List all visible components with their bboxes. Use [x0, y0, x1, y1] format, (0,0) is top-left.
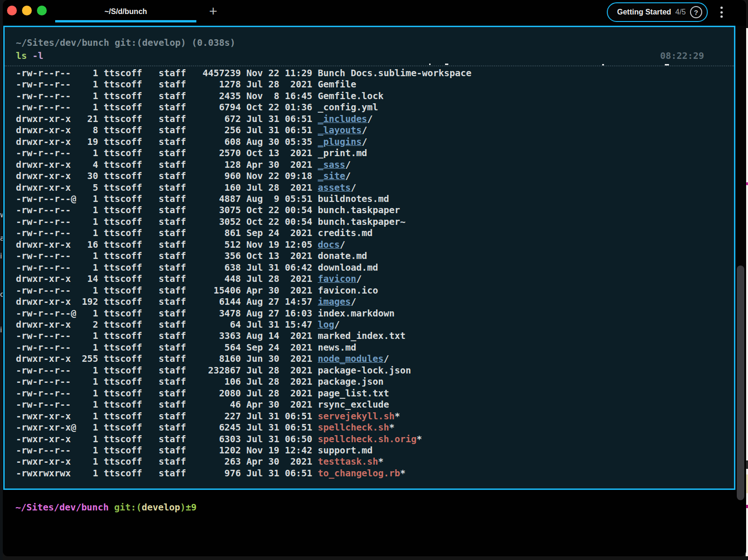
- file-name: favicon.ico: [318, 285, 378, 296]
- scrollbar[interactable]: [735, 26, 746, 490]
- close-button[interactable]: [7, 6, 17, 15]
- listing-row: -rw-r--r-- 1 ttscoff staff 2570 Oct 13 2…: [16, 148, 734, 159]
- file-name: _plugins: [318, 136, 362, 147]
- listing-row: drwxr-xr-x 192 ttscoff staff 6144 Aug 27…: [16, 296, 734, 308]
- getting-started-button[interactable]: Getting Started 4/5 ?: [607, 2, 708, 22]
- command-flags: -l: [27, 50, 43, 61]
- zoom-button[interactable]: [37, 6, 47, 15]
- terminal-input-area[interactable]: ~/Sites/dev/bunch git:(develop)±9: [3, 490, 746, 556]
- clipped-text-fragment: [665, 64, 669, 65]
- clipped-text-fragment: [429, 64, 431, 65]
- command-timestamp: 08:22:29: [660, 50, 704, 63]
- listing-row: -rw-r--r-- 1 ttscoff staff 4457239 Nov 2…: [16, 68, 734, 79]
- file-name: marked_index.txt: [318, 330, 406, 341]
- file-name: _sass: [318, 159, 345, 170]
- listing-row: -rw-r--r-- 1 ttscoff staff 356 Oct 13 20…: [16, 251, 734, 262]
- listing-row: drwxr-xr-x 255 ttscoff staff 8160 Jun 30…: [16, 353, 734, 365]
- file-name: node_modules: [318, 353, 384, 364]
- file-name: testtask.sh: [318, 456, 378, 467]
- listing-row: -rwxr-xr-x 1 ttscoff staff 227 Jul 31 06…: [16, 411, 734, 422]
- tab-title: ~/S/d/bunch: [104, 7, 147, 16]
- clipped-text-fragment: [602, 64, 604, 65]
- listing-row: -rw-r--r-- 1 ttscoff staff 15406 Apr 30 …: [16, 285, 734, 296]
- file-name: index.markdown: [318, 308, 395, 319]
- listing-row: -rw-r--r-- 1 ttscoff staff 46 Apr 30 202…: [16, 399, 734, 410]
- shell-prompt: ~/Sites/dev/bunch git:(develop)±9: [15, 501, 196, 514]
- listing-row: -rw-r--r-- 1 ttscoff staff 1202 Nov 19 1…: [16, 445, 734, 456]
- file-name: bunch.taskpaper: [318, 205, 400, 215]
- listing-row: -rw-r--r-- 1 ttscoff staff 232867 Jul 28…: [16, 365, 734, 376]
- file-name: assets: [318, 182, 351, 193]
- traffic-lights: [7, 6, 47, 15]
- getting-started-progress: 4/5: [676, 8, 686, 16]
- file-name: _print.md: [318, 148, 367, 158]
- listing-row: drwxr-xr-x 2 ttscoff staff 64 Jul 31 15:…: [16, 319, 734, 330]
- listing-row: -rw-r--r-- 1 ttscoff staff 564 Sep 24 20…: [16, 342, 734, 353]
- listing-row: drwxr-xr-x 16 ttscoff staff 512 Nov 19 1…: [16, 239, 734, 251]
- listing-row: -rw-r--r--@ 1 ttscoff staff 3478 Aug 27 …: [16, 308, 734, 319]
- titlebar: ~/S/d/bunch + Getting Started 4/5 ?: [3, 0, 746, 23]
- file-name: credits.md: [318, 228, 373, 238]
- listing-row: -rw-r--r--@ 1 ttscoff staff 4887 Aug 9 0…: [16, 194, 734, 205]
- file-name: servejekyll.sh: [318, 411, 395, 422]
- file-name: buildnotes.md: [318, 194, 389, 204]
- command-program: ls: [16, 50, 27, 61]
- file-name: page_list.txt: [318, 388, 389, 399]
- listing-row: -rw-r--r-- 1 ttscoff staff 106 Jul 28 20…: [16, 376, 734, 388]
- file-name: support.md: [318, 445, 373, 456]
- file-name: news.md: [318, 342, 356, 353]
- file-name: _site: [318, 171, 345, 181]
- file-name: Gemfile: [318, 79, 356, 90]
- listing-row: -rwxr-xr-x@ 1 ttscoff staff 6245 Jul 31 …: [16, 422, 734, 433]
- prompt-git-prefix: git:(: [109, 502, 142, 513]
- listing-row: -rw-r--r-- 1 ttscoff staff 861 Sep 24 20…: [16, 228, 734, 239]
- listing-row: drwxr-xr-x 5 ttscoff staff 160 Jul 28 20…: [16, 182, 734, 194]
- file-name: Gemfile.lock: [318, 91, 384, 101]
- file-name: Bunch Docs.sublime-workspace: [318, 68, 472, 79]
- shell-prompt-line: ~/Sites/dev/bunch git:(develop) (0.038s): [16, 36, 734, 50]
- listing-row: -rw-r--r-- 1 ttscoff staff 2080 Jul 28 2…: [16, 388, 734, 399]
- prompt-git-branch: develop: [142, 502, 180, 513]
- file-name: _config.yml: [318, 102, 378, 113]
- file-name: images: [318, 296, 351, 307]
- listing-row: drwxr-xr-x 4 ttscoff staff 128 Apr 30 20…: [16, 159, 734, 171]
- file-listing: -rw-r--r-- 1 ttscoff staff 4457239 Nov 2…: [16, 68, 734, 479]
- listing-row: -rwxr-xr-x 1 ttscoff staff 6303 Jul 31 0…: [16, 434, 734, 445]
- getting-started-label: Getting Started: [617, 8, 671, 16]
- scrollbar-thumb[interactable]: [737, 266, 744, 500]
- listing-row: -rw-r--r-- 1 ttscoff staff 3052 Oct 22 0…: [16, 216, 734, 228]
- command-separator: [5, 65, 734, 66]
- file-name: package.json: [318, 376, 384, 387]
- terminal-output: ~/Sites/dev/bunch git:(develop) (0.038s)…: [5, 27, 734, 479]
- overflow-menu-button[interactable]: [717, 7, 726, 18]
- terminal-pane[interactable]: ~/Sites/dev/bunch git:(develop) (0.038s)…: [3, 26, 735, 490]
- tab-active[interactable]: ~/S/d/bunch: [55, 0, 196, 23]
- file-name: log: [318, 319, 334, 330]
- clipped-text-fragment: i: [0, 251, 2, 260]
- clipped-text-fragment: [445, 64, 448, 65]
- file-name: spellcheck.sh: [318, 422, 389, 433]
- minimize-button[interactable]: [22, 6, 32, 15]
- file-name: _includes: [318, 114, 367, 124]
- file-name: favicon: [318, 273, 356, 284]
- listing-row: -rw-r--r-- 1 ttscoff staff 1278 Jul 28 2…: [16, 79, 734, 90]
- file-name: docs: [318, 239, 340, 250]
- listing-row: drwxr-xr-x 19 ttscoff staff 608 Aug 30 0…: [16, 136, 734, 148]
- new-tab-button[interactable]: +: [203, 0, 223, 22]
- file-name: to_changelog.rb: [318, 468, 400, 479]
- prompt-git-suffix: ): [180, 502, 186, 513]
- listing-row: drwxr-xr-x 30 ttscoff staff 960 Nov 22 0…: [16, 171, 734, 182]
- listing-row: drwxr-xr-x 8 ttscoff staff 256 Jul 31 06…: [16, 125, 734, 136]
- file-name: donate.md: [318, 251, 367, 261]
- command-line: ls -l08:22:29: [16, 50, 734, 63]
- listing-row: -rw-r--r-- 1 ttscoff staff 638 Jul 31 06…: [16, 262, 734, 273]
- prompt-path: ~/Sites/dev/bunch: [15, 502, 109, 513]
- listing-row: drwxr-xr-x 14 ttscoff staff 448 Jul 28 2…: [16, 273, 734, 285]
- help-icon[interactable]: ?: [690, 6, 702, 18]
- listing-row: drwxr-xr-x 21 ttscoff staff 672 Jul 31 0…: [16, 114, 734, 125]
- listing-row: -rw-r--r-- 1 ttscoff staff 6794 Oct 22 0…: [16, 102, 734, 113]
- listing-row: -rwxr-xr-x 1 ttscoff staff 263 Apr 30 20…: [16, 456, 734, 467]
- file-name: download.md: [318, 262, 378, 273]
- clipped-text-fragment: i: [0, 325, 2, 334]
- listing-row: -rw-r--r-- 1 ttscoff staff 3075 Oct 22 0…: [16, 205, 734, 216]
